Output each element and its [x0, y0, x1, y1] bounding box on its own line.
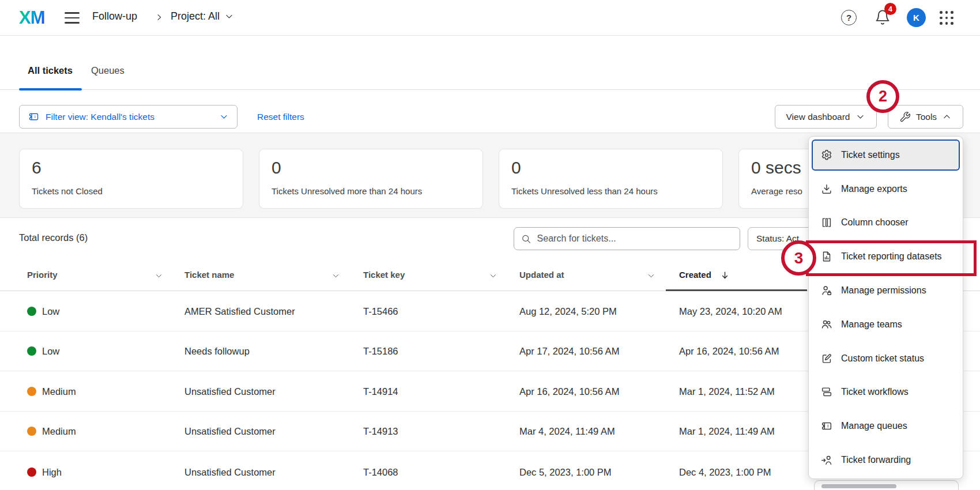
menu-item-manage-permissions[interactable]: Manage permissions: [812, 275, 960, 306]
project-scope-label: Project: All: [171, 10, 220, 22]
total-records-label: Total records (6): [19, 232, 88, 243]
app-window: XM Follow-up Project: All ? 4 K All tick…: [0, 0, 980, 490]
stacked-cards-icon: [820, 386, 834, 398]
breadcrumb-project-name[interactable]: Follow-up: [92, 10, 137, 22]
chevron-down-icon[interactable]: [154, 272, 163, 280]
cell-updated-at: Apr 16, 2024, 10:56 AM: [519, 386, 619, 397]
horizontal-scrollbar[interactable]: [814, 480, 959, 490]
reset-filters-link[interactable]: Reset filters: [257, 112, 304, 122]
column-header-created[interactable]: Created: [679, 270, 711, 280]
search-icon: [521, 233, 532, 244]
columns-icon: [820, 216, 834, 229]
filter-view-dropdown[interactable]: Filter view: Kendall's tickets: [19, 105, 238, 129]
chevron-up-icon: [942, 112, 952, 122]
cell-priority: Low: [42, 306, 59, 317]
stat-value: 0: [511, 158, 710, 178]
chevron-down-icon[interactable]: [489, 272, 497, 280]
column-header-priority[interactable]: Priority: [27, 270, 58, 280]
tools-menu: Ticket settings Manage exports Column ch…: [808, 136, 963, 479]
avatar[interactable]: K: [907, 8, 926, 27]
cell-ticket-name: AMER Satisfied Customer: [184, 306, 295, 317]
view-dashboard-button[interactable]: View dashboard: [775, 105, 877, 129]
edit-icon: [820, 352, 834, 365]
chevron-right-icon: [154, 13, 164, 22]
view-dashboard-label: View dashboard: [786, 112, 850, 122]
search-input[interactable]: [537, 233, 733, 244]
sort-descending-arrow-icon[interactable]: [720, 270, 730, 280]
annotation-step-2: 2: [866, 80, 899, 113]
ticket-icon: [28, 111, 40, 123]
priority-dot: [27, 346, 36, 356]
chevron-down-icon[interactable]: [331, 272, 340, 280]
menu-item-ticket-settings[interactable]: Ticket settings: [812, 140, 960, 171]
menu-item-label: Manage exports: [841, 184, 907, 194]
cell-ticket-key: T-15186: [363, 346, 398, 357]
menu-item-label: Manage teams: [841, 319, 902, 330]
priority-dot: [27, 387, 36, 396]
stat-card-tickets-not-closed: 6 Tickets not Closed: [19, 149, 243, 209]
chevron-down-icon: [219, 112, 229, 122]
person-lock-icon: [820, 284, 834, 297]
menu-item-label: Ticket workflows: [841, 387, 909, 397]
cell-priority: Medium: [42, 386, 76, 397]
stat-value: 6: [32, 158, 231, 178]
gear-icon: [820, 149, 834, 161]
menu-item-label: Manage permissions: [841, 285, 926, 296]
column-header-ticket-name[interactable]: Ticket name: [184, 270, 234, 280]
cell-ticket-key: T-14914: [363, 386, 398, 397]
stat-label: Tickets Unresolved more than 24 hours: [272, 186, 470, 196]
cell-created: Mar 1, 2024, 11:52 AM: [679, 386, 775, 397]
filter-view-label: Filter view: Kendall's tickets: [46, 112, 154, 122]
stat-card-unresolved-less-24h: 0 Tickets Unresolved less than 24 hours: [499, 149, 723, 209]
chevron-down-icon: [224, 12, 234, 21]
chevron-down-icon: [855, 112, 865, 122]
menu-item-manage-queues[interactable]: Manage queues: [812, 410, 960, 442]
xm-logo: XM: [19, 7, 45, 28]
menu-item-label: Column chooser: [841, 217, 909, 228]
menu-item-custom-ticket-status[interactable]: Custom ticket status: [812, 343, 960, 374]
ticket-search[interactable]: [514, 227, 740, 250]
cell-ticket-key: T-14913: [363, 426, 398, 437]
menu-item-manage-teams[interactable]: Manage teams: [812, 309, 960, 340]
project-scope-dropdown[interactable]: Project: All: [171, 10, 234, 22]
cell-created: Mar 1, 2024, 11:49 AM: [679, 426, 775, 437]
cell-created: Dec 4, 2023, 1:00 PM: [679, 466, 771, 477]
help-button[interactable]: ?: [841, 10, 857, 25]
person-arrow-icon: [820, 454, 834, 466]
chevron-down-icon[interactable]: [647, 272, 655, 280]
cell-priority: High: [42, 466, 62, 477]
tab-queues[interactable]: Queues: [91, 65, 125, 76]
menu-item-label: Ticket forwarding: [841, 455, 911, 465]
priority-dot: [27, 427, 36, 436]
menu-item-ticket-forwarding[interactable]: Ticket forwarding: [812, 444, 960, 476]
active-tab-underline: [19, 88, 82, 91]
cell-updated-at: Aug 12, 2024, 5:20 PM: [519, 306, 617, 317]
cell-updated-at: Apr 17, 2024, 10:56 AM: [519, 346, 619, 357]
people-icon: [820, 318, 834, 331]
ticket-icon: [820, 420, 834, 432]
annotation-highlight-box: [806, 240, 977, 276]
column-header-ticket-key[interactable]: Ticket key: [363, 270, 405, 280]
menu-item-ticket-workflows[interactable]: Ticket workflows: [812, 377, 960, 408]
tools-button[interactable]: Tools: [888, 105, 963, 129]
cell-created: Apr 16, 2024, 10:56 AM: [679, 346, 779, 357]
annotation-step-3: 3: [781, 240, 816, 276]
cell-priority: Medium: [42, 426, 76, 437]
column-header-updated-at[interactable]: Updated at: [519, 270, 564, 280]
scrollbar-thumb[interactable]: [821, 484, 896, 488]
tab-all-tickets[interactable]: All tickets: [28, 65, 73, 76]
apps-grid-icon[interactable]: [938, 10, 955, 26]
hamburger-menu-icon[interactable]: [65, 12, 80, 24]
cell-ticket-key: T-15466: [363, 306, 398, 317]
notifications-badge: 4: [884, 3, 896, 15]
menu-item-column-chooser[interactable]: Column chooser: [812, 208, 960, 239]
tools-label: Tools: [916, 112, 937, 122]
stat-label: Tickets Unresolved less than 24 hours: [511, 186, 710, 196]
download-icon: [820, 183, 834, 195]
priority-dot: [27, 307, 36, 316]
cell-updated-at: Mar 4, 2024, 11:49 AM: [519, 426, 615, 437]
menu-item-manage-exports[interactable]: Manage exports: [812, 174, 960, 205]
cell-created: May 23, 2024, 10:20 AM: [679, 306, 782, 317]
top-bar: [0, 0, 980, 36]
menu-item-label: Ticket settings: [841, 150, 900, 160]
